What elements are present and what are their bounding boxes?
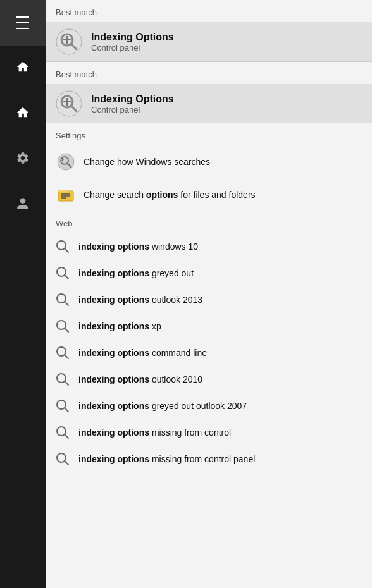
- svg-line-18: [65, 248, 68, 252]
- web-item-5-text: indexing options command line: [78, 348, 207, 358]
- svg-line-34: [65, 461, 68, 465]
- best-match-label-2: Best match: [46, 62, 372, 84]
- home-icon: [16, 60, 30, 77]
- sidebar: [0, 0, 46, 588]
- svg-line-30: [65, 408, 68, 412]
- best-match-subtitle-2: Control panel: [91, 105, 174, 114]
- web-item-1[interactable]: indexing options windows 10: [46, 233, 372, 260]
- sidebar-item-home[interactable]: [0, 46, 46, 91]
- hamburger-icon: [16, 16, 29, 29]
- indexing-options-icon-2: [56, 90, 82, 117]
- web-item-9[interactable]: indexing options missing from control pa…: [46, 446, 372, 472]
- settings-item-1-text: Change how Windows searches: [84, 157, 210, 167]
- web-item-2[interactable]: indexing options greyed out: [46, 260, 372, 286]
- search-icon-3: [56, 293, 70, 307]
- best-match-text-2: Indexing Options Control panel: [91, 94, 174, 114]
- best-match-label-1: Best match: [46, 0, 372, 22]
- settings-item-1[interactable]: Change how Windows searches: [46, 145, 372, 178]
- web-item-8[interactable]: indexing options missing from control: [46, 419, 372, 446]
- windows-search-icon: [56, 152, 76, 172]
- settings-section: Change how Windows searches Change searc…: [46, 145, 372, 211]
- gear-icon: [16, 151, 30, 168]
- search-icon-6: [56, 372, 70, 386]
- svg-line-24: [65, 328, 68, 332]
- search-icon-9: [56, 452, 70, 466]
- folder-search-icon: [56, 185, 76, 205]
- best-match-subtitle-1: Control panel: [91, 43, 174, 52]
- indexing-options-icon-1: [56, 28, 82, 55]
- best-match-item-2[interactable]: Indexing Options Control panel: [46, 84, 372, 123]
- sidebar-item-menu[interactable]: [0, 0, 46, 46]
- best-match-title-1: Indexing Options: [91, 32, 174, 43]
- person-icon: [16, 197, 30, 213]
- search-icon-1: [56, 240, 70, 254]
- web-item-9-text: indexing options missing from control pa…: [78, 454, 255, 464]
- web-item-5[interactable]: indexing options command line: [46, 340, 372, 366]
- svg-point-0: [56, 29, 82, 54]
- web-item-7-text: indexing options greyed out outlook 2007: [78, 401, 247, 411]
- best-match-title-2: Indexing Options: [91, 94, 174, 105]
- svg-line-28: [65, 381, 68, 385]
- sidebar-item-account[interactable]: [0, 182, 46, 228]
- web-item-6[interactable]: indexing options outlook 2010: [46, 366, 372, 393]
- main-content: Best match Indexing Options Control pane…: [46, 0, 372, 588]
- web-item-3-text: indexing options outlook 2013: [78, 295, 202, 305]
- web-item-6-text: indexing options outlook 2010: [78, 374, 202, 384]
- web-label: Web: [46, 211, 372, 233]
- svg-line-20: [65, 275, 68, 279]
- web-item-3[interactable]: indexing options outlook 2013: [46, 286, 372, 313]
- sidebar-item-settings[interactable]: [0, 137, 46, 182]
- search-icon-8: [56, 426, 70, 439]
- search-icon-5: [56, 346, 70, 360]
- web-item-7[interactable]: indexing options greyed out outlook 2007: [46, 393, 372, 419]
- web-item-8-text: indexing options missing from control: [78, 427, 231, 438]
- web-item-4[interactable]: indexing options xp: [46, 313, 372, 340]
- svg-line-22: [65, 302, 68, 305]
- settings-item-2-text: Change search options for files and fold…: [84, 190, 256, 200]
- svg-point-5: [56, 91, 82, 116]
- svg-line-32: [65, 434, 68, 438]
- best-match-text-1: Indexing Options Control panel: [91, 32, 174, 52]
- search-icon-7: [56, 399, 70, 413]
- settings-label: Settings: [46, 123, 372, 145]
- sidebar-item-home-2[interactable]: [0, 91, 46, 137]
- search-icon-4: [56, 319, 70, 333]
- svg-point-10: [58, 154, 74, 170]
- search-icon-2: [56, 266, 70, 280]
- web-item-2-text: indexing options greyed out: [78, 268, 194, 278]
- svg-line-26: [65, 355, 68, 358]
- web-item-4-text: indexing options xp: [78, 321, 161, 331]
- home-icon-2: [16, 106, 30, 122]
- web-section: indexing options windows 10 indexing opt…: [46, 233, 372, 472]
- best-match-item-1[interactable]: Indexing Options Control panel: [46, 22, 372, 61]
- settings-item-2[interactable]: Change search options for files and fold…: [46, 178, 372, 211]
- web-item-1-text: indexing options windows 10: [78, 242, 198, 252]
